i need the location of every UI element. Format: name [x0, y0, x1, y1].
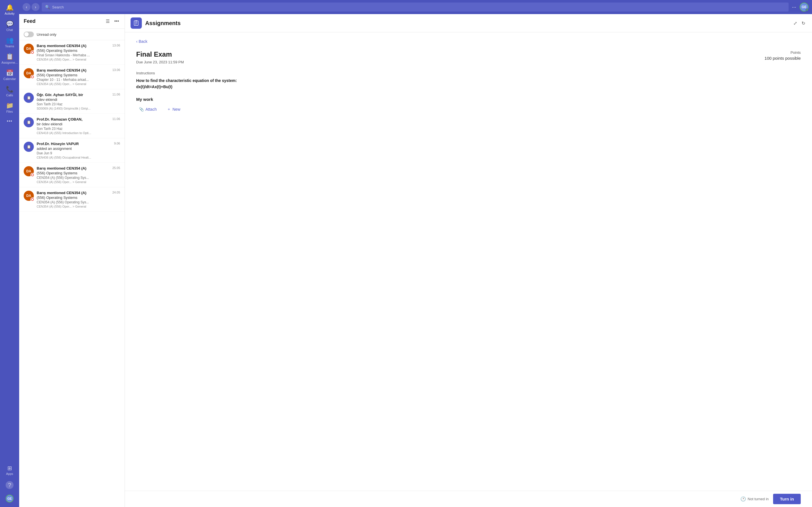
sidebar-item-calls[interactable]: 📞 Calls — [2, 84, 17, 99]
filter-icon[interactable]: ☰ — [105, 17, 111, 25]
feed-time: 13.06 — [112, 68, 120, 71]
feed-preview: Son Tarih 23 Haz — [37, 102, 120, 106]
sidebar-item-label: Teams — [5, 45, 14, 48]
points-value: 100 points possible — [765, 56, 801, 61]
search-bar[interactable]: 🔍 Search — [42, 3, 789, 11]
feed-item[interactable]: 📋 Prof.Dr. Ramazan ÇOBAN, 11.06 bir ödev… — [19, 114, 124, 138]
feed-preview: Final Sınavı Hakkında - Merhaba ... — [37, 53, 120, 57]
unread-row: Unread only — [19, 29, 124, 40]
sidebar: 🔔 Activity 💬 Chat 👥 Teams 📋 Assignme... … — [0, 0, 19, 507]
forward-nav-button[interactable]: › — [32, 3, 40, 11]
user-avatar[interactable]: GE — [6, 495, 13, 503]
feed-top: Barış mentioned CEN354 (A) 13.06 — [37, 44, 120, 48]
assignment-title: Final Exam — [136, 50, 184, 58]
points-label: Points — [791, 50, 801, 55]
feed-path: CEN354 (A) (556) Oper... > General — [37, 82, 120, 86]
sidebar-item-files[interactable]: 📁 Files — [2, 100, 17, 115]
back-nav-button[interactable]: ‹ — [22, 3, 31, 11]
detail-content: ‹ Back Final Exam Due June 23, 2023 11:5… — [125, 33, 812, 491]
expand-icon[interactable]: ⤢ — [792, 19, 798, 27]
feed-name: Prof.Dr. Ramazan ÇOBAN, — [37, 117, 83, 121]
instructions-line1: How to find the characteristic equation … — [136, 78, 237, 83]
svg-point-2 — [32, 174, 33, 176]
feed-top: Öğr. Gör. Ayhan SAYĞI, bir 11.06 — [37, 93, 120, 97]
sidebar-item-label: Chat — [6, 28, 13, 32]
sidebar-item-help[interactable]: ? — [2, 479, 17, 491]
feed-item[interactable]: 📋 Prof.Dr. Hüseyin VAPUR 9.06 added an a… — [19, 138, 124, 163]
svg-point-1 — [32, 76, 33, 78]
sidebar-item-more[interactable]: ••• — [2, 117, 17, 126]
feed-name: Barış mentioned CEN354 (A) — [37, 166, 86, 170]
assignments-icon: 📋 — [6, 54, 13, 60]
sidebar-item-activity[interactable]: 🔔 Activity — [2, 2, 17, 17]
feed-avatar: DA — [24, 191, 34, 201]
main-container: ‹ › 🔍 Search ··· GE Feed ☰ ••• — [19, 0, 812, 507]
sidebar-item-chat[interactable]: 💬 Chat — [2, 18, 17, 34]
topbar: ‹ › 🔍 Search ··· GE — [19, 0, 812, 14]
feed-path: CEN436 (A) (556) Occupational Healt... — [37, 156, 120, 159]
svg-point-3 — [32, 199, 33, 200]
sidebar-item-label: Activity — [5, 12, 15, 15]
new-button[interactable]: ＋ New — [164, 105, 183, 114]
feed-panel: Feed ☰ ••• Unread only DA — [19, 14, 125, 507]
feed-time: 9.06 — [114, 142, 120, 145]
feed-name: Barış mentioned CEN354 (A) — [37, 68, 86, 72]
sidebar-item-label: Assignme... — [1, 61, 17, 64]
feed-subject: added an assignment — [37, 147, 120, 151]
not-turned-in: 🕐 Not turned in — [741, 496, 769, 502]
feed-avatar: 📋 — [24, 142, 34, 152]
search-placeholder: Search — [52, 5, 64, 9]
feed-item[interactable]: DA Barış mentioned CEN354 (A) 24.05 (556… — [19, 187, 124, 212]
attach-button[interactable]: 📎 Attach — [136, 105, 160, 113]
status-badge — [31, 50, 35, 54]
status-badge — [31, 75, 35, 79]
toggle-knob — [24, 32, 29, 37]
feed-subject: (556) Operating Systems — [37, 171, 120, 175]
feed-item[interactable]: 📋 Öğr. Gör. Ayhan SAYĞI, bir 11.06 ödev … — [19, 89, 124, 114]
detail-panel: Assignments ⤢ ↻ ‹ Back Final Exam Due Ju… — [125, 14, 812, 507]
detail-header-icons: ⤢ ↻ — [792, 19, 806, 27]
unread-toggle[interactable] — [24, 32, 34, 37]
feed-header-icons: ☰ ••• — [105, 17, 120, 25]
calls-icon: 📞 — [6, 86, 13, 93]
user-avatar-topbar[interactable]: GE — [800, 3, 809, 11]
more-feed-icon[interactable]: ••• — [113, 17, 120, 25]
feed-item[interactable]: DA Barış mentioned CEN354 (A) 13.06 (556… — [19, 65, 124, 89]
refresh-icon[interactable]: ↻ — [801, 19, 806, 27]
feed-item[interactable]: DA Barış mentioned CEN354 (A) 25.05 (556… — [19, 163, 124, 187]
search-icon: 🔍 — [45, 5, 50, 9]
back-link[interactable]: ‹ Back — [136, 39, 147, 44]
feed-time: 11.06 — [112, 117, 120, 121]
feed-time: 11.06 — [112, 93, 120, 96]
help-icon: ? — [6, 481, 13, 489]
detail-header: Assignments ⤢ ↻ — [125, 14, 812, 33]
assignment-header-row: Final Exam Due June 23, 2023 11:59 PM Po… — [136, 50, 801, 64]
feed-subject: ödev eklendi — [37, 98, 120, 102]
feed-path: CEN418 (A) (555) Introduction to Opti... — [37, 131, 120, 135]
sidebar-item-calendar[interactable]: 📅 Calendar — [2, 68, 17, 83]
svg-point-0 — [32, 52, 33, 53]
feed-time: 24.05 — [112, 191, 120, 194]
status-badge — [31, 198, 35, 202]
turn-in-button[interactable]: Turn in — [773, 494, 801, 504]
unread-label: Unread only — [37, 33, 56, 37]
feed-content: Öğr. Gör. Ayhan SAYĞI, bir 11.06 ödev ek… — [37, 93, 120, 110]
user-avatar-item[interactable]: GE — [2, 492, 17, 505]
more-options-button[interactable]: ··· — [791, 3, 797, 11]
feed-name: Barış mentioned CEN354 (A) — [37, 191, 86, 195]
feed-content: Barış mentioned CEN354 (A) 13.06 (556) O… — [37, 68, 120, 86]
sidebar-item-assignments[interactable]: 📋 Assignme... — [2, 51, 17, 66]
sidebar-item-teams[interactable]: 👥 Teams — [2, 35, 17, 50]
feed-path: CEN354 (A) (556) Oper... > General — [37, 180, 120, 184]
plus-icon: ＋ — [167, 107, 171, 112]
feed-content: Barış mentioned CEN354 (A) 25.05 (556) O… — [37, 166, 120, 184]
my-work-section: My work 📎 Attach ＋ New — [136, 97, 801, 114]
files-icon: 📁 — [6, 103, 13, 109]
feed-item[interactable]: DA Barış mentioned CEN354 (A) 13.06 (556… — [19, 40, 124, 65]
assignments-app-icon — [131, 17, 142, 29]
not-turned-in-label: Not turned in — [748, 497, 769, 501]
feed-list: DA Barış mentioned CEN354 (A) 13.06 (556… — [19, 40, 124, 507]
sidebar-item-apps[interactable]: ⊞ Apps — [2, 463, 17, 478]
my-work-label: My work — [136, 97, 801, 102]
feed-path: CEN354 (A) (556) Oper... > General — [37, 58, 120, 61]
